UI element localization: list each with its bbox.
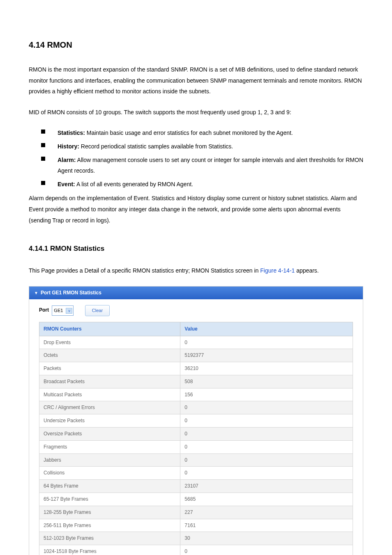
counter-name-cell: Multicast Packets [39, 388, 180, 401]
paragraph: Alarm depends on the implementation of E… [29, 193, 363, 226]
counter-value-cell: 0 [180, 467, 353, 480]
counter-name-cell: 128-255 Byte Frames [39, 506, 180, 519]
paragraph: RMON is the most important expansion of … [29, 64, 363, 97]
text: appears. [295, 267, 318, 274]
port-label: Port [39, 307, 49, 313]
counter-name-cell: 65-127 Byte Frames [39, 493, 180, 506]
counter-value-cell: 0 [180, 545, 353, 555]
table-header-counter: RMON Counters [39, 322, 180, 336]
port-select[interactable]: GE1 v [52, 305, 74, 316]
counter-value-cell: 0 [180, 414, 353, 428]
figure-reference-link[interactable]: Figure 4-14-1 [260, 267, 295, 274]
clear-button[interactable]: Clear [85, 305, 110, 316]
subsection-heading: 4.14.1 RMON Statistics [29, 242, 363, 255]
rmon-table: RMON Counters Value Drop Events0Octets51… [39, 322, 353, 555]
table-row: Broadcast Packets508 [39, 375, 353, 388]
counter-name-cell: Jabbers [39, 453, 180, 467]
disclosure-icon[interactable]: ▼ [34, 289, 38, 297]
counter-name-cell: Undersize Packets [39, 414, 180, 428]
square-bullet-icon [41, 143, 45, 147]
counter-name-cell: 256-511 Byte Frames [39, 519, 180, 532]
list-item-label: Alarm: [58, 157, 76, 163]
counter-name-cell: Oversize Packets [39, 428, 180, 441]
table-row: Collisions0 [39, 467, 353, 480]
counter-name-cell: Broadcast Packets [39, 375, 180, 388]
counter-value-cell: 227 [180, 506, 353, 519]
counter-value-cell: 36210 [180, 362, 353, 375]
table-row: Drop Events0 [39, 336, 353, 349]
table-row: Undersize Packets0 [39, 414, 353, 428]
table-row: 65-127 Byte Frames5685 [39, 493, 353, 506]
counter-value-cell: 23107 [180, 480, 353, 493]
counter-value-cell: 5685 [180, 493, 353, 506]
square-bullet-icon [41, 157, 45, 161]
table-row: 64 Bytes Frame23107 [39, 480, 353, 493]
counter-name-cell: Octets [39, 349, 180, 362]
counter-value-cell: 0 [180, 336, 353, 349]
table-row: Packets36210 [39, 362, 353, 375]
list-item: Alarm: Allow management console users to… [41, 155, 363, 176]
panel-title: Port GE1 RMON Statistics [41, 290, 101, 296]
table-row: CRC / Alignment Errors0 [39, 401, 353, 414]
list-item-label: History: [58, 143, 79, 150]
bullet-list: Statistics: Maintain basic usage and err… [29, 127, 363, 190]
table-row: Jabbers0 [39, 453, 353, 467]
counter-name-cell: Fragments [39, 440, 180, 453]
list-item-label: Statistics: [58, 130, 85, 136]
chevron-down-icon: v [66, 308, 72, 314]
square-bullet-icon [41, 181, 45, 185]
counter-value-cell: 0 [180, 440, 353, 453]
list-item-text: Allow management console users to set an… [58, 157, 363, 174]
counter-value-cell: 156 [180, 388, 353, 401]
table-row: 256-511 Byte Frames7161 [39, 519, 353, 532]
counter-name-cell: Drop Events [39, 336, 180, 349]
section-heading: 4.14 RMON [29, 37, 363, 53]
table-header-value: Value [180, 322, 353, 336]
paragraph: MID of RMON consists of 10 groups. The s… [29, 107, 363, 118]
counter-name-cell: Packets [39, 362, 180, 375]
counter-value-cell: 0 [180, 453, 353, 467]
counter-value-cell: 508 [180, 375, 353, 388]
paragraph: This Page provides a Detail of a specifi… [29, 265, 363, 276]
counter-name-cell: CRC / Alignment Errors [39, 401, 180, 414]
list-item: Event: A list of all events generated by… [41, 179, 363, 190]
list-item-text: A list of all events generated by RMON A… [75, 181, 193, 187]
table-row: 1024-1518 Byte Frames0 [39, 545, 353, 555]
list-item-label: Event: [58, 181, 75, 187]
table-row: Oversize Packets0 [39, 428, 353, 441]
counter-value-cell: 7161 [180, 519, 353, 532]
counter-value-cell: 0 [180, 401, 353, 414]
counter-value-cell: 30 [180, 532, 353, 545]
table-row: Multicast Packets156 [39, 388, 353, 401]
table-row: Octets5192377 [39, 349, 353, 362]
port-select-value: GE1 [54, 308, 63, 313]
list-item-text: Record periodical statistic samples avai… [79, 143, 233, 150]
table-row: 512-1023 Byte Frames30 [39, 532, 353, 545]
square-bullet-icon [41, 130, 45, 134]
panel-header: ▼Port GE1 RMON Statistics [29, 287, 363, 299]
counter-value-cell: 5192377 [180, 349, 353, 362]
counter-value-cell: 0 [180, 428, 353, 441]
list-item: History: Record periodical statistic sam… [41, 141, 363, 152]
list-item-text: Maintain basic usage and error statistic… [85, 130, 293, 136]
counter-name-cell: Collisions [39, 467, 180, 480]
counter-name-cell: 512-1023 Byte Frames [39, 532, 180, 545]
screenshot-panel: ▼Port GE1 RMON Statistics Port GE1 v Cle… [29, 286, 363, 555]
table-row: 128-255 Byte Frames227 [39, 506, 353, 519]
counter-name-cell: 64 Bytes Frame [39, 480, 180, 493]
list-item: Statistics: Maintain basic usage and err… [41, 127, 363, 139]
text: This Page provides a Detail of a specifi… [29, 267, 260, 274]
counter-name-cell: 1024-1518 Byte Frames [39, 545, 180, 555]
table-row: Fragments0 [39, 440, 353, 453]
